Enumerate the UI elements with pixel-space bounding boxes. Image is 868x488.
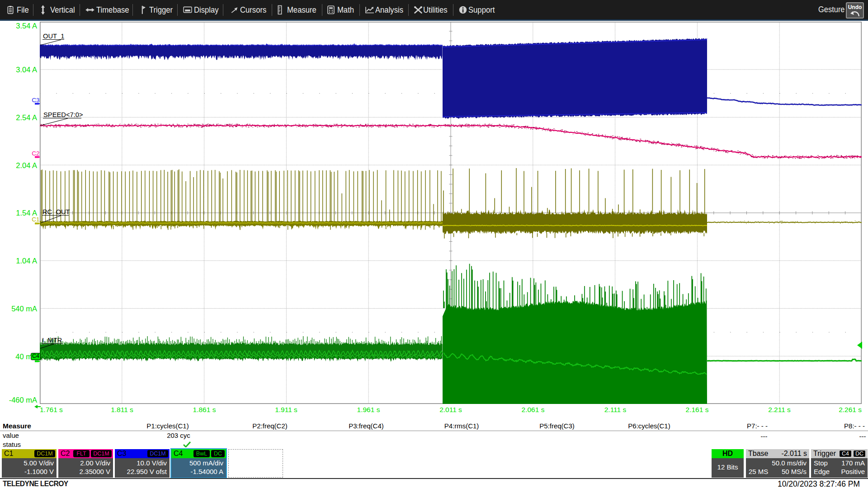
svg-text:I_MTR: I_MTR [42,336,62,344]
svg-text:RC_OUT: RC_OUT [42,208,70,216]
svg-text:OUT_1: OUT_1 [43,32,64,40]
svg-text:SPEED<7:0>: SPEED<7:0> [43,111,83,118]
